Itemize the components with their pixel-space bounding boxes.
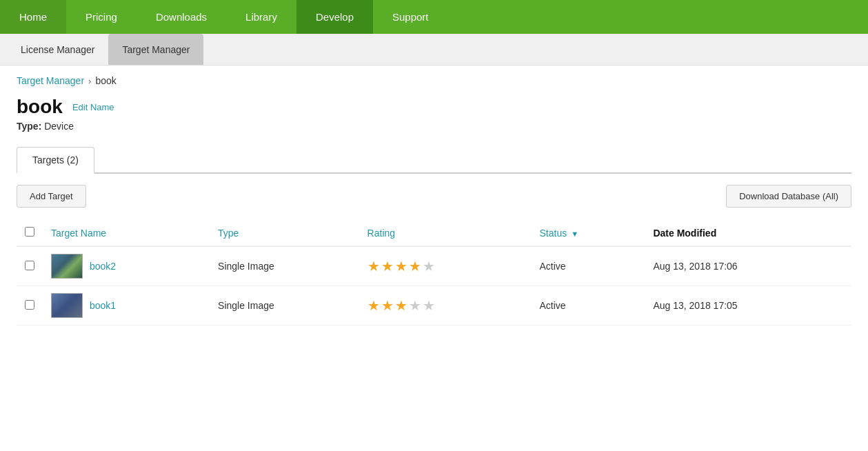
date-modified-book1: Aug 13, 2018 17:05 xyxy=(645,286,851,325)
nav-pricing[interactable]: Pricing xyxy=(66,0,137,34)
status-badge-book2: Active xyxy=(532,246,645,286)
subnav-target-manager[interactable]: Target Manager xyxy=(108,34,203,65)
col-date-modified: Date Modified xyxy=(645,220,851,246)
col-rating: Rating xyxy=(359,220,532,246)
breadcrumb: Target Manager › book xyxy=(17,75,851,86)
col-type: Type xyxy=(210,220,359,246)
nav-develop[interactable]: Develop xyxy=(296,0,373,34)
target-link-book2[interactable]: book2 xyxy=(90,261,116,272)
row-checkbox-book2[interactable] xyxy=(25,261,34,270)
thumbnail-book2 xyxy=(51,254,83,279)
status-badge-book1: Active xyxy=(532,286,645,325)
sort-icon: ▼ xyxy=(571,230,578,238)
type-label: Type: xyxy=(17,121,41,132)
col-status[interactable]: Status ▼ xyxy=(532,220,645,246)
select-all-header xyxy=(17,220,43,246)
nav-support[interactable]: Support xyxy=(373,0,448,34)
rating-book2: ★★★★★ xyxy=(367,258,523,274)
targets-table: Target Name Type Rating Status ▼ Date Mo… xyxy=(17,220,851,325)
breadcrumb-current: book xyxy=(95,75,116,86)
page-title-row: book Edit Name xyxy=(17,96,851,118)
tabs-container: Targets (2) xyxy=(17,146,851,174)
edit-name-link[interactable]: Edit Name xyxy=(72,102,114,112)
add-target-button[interactable]: Add Target xyxy=(17,185,86,208)
tab-targets[interactable]: Targets (2) xyxy=(17,147,94,174)
type-cell-book1: Single Image xyxy=(210,286,359,325)
rating-book1: ★★★★★ xyxy=(367,297,523,314)
target-link-book1[interactable]: book1 xyxy=(90,300,116,311)
type-row: Type: Device xyxy=(17,121,851,132)
breadcrumb-separator: › xyxy=(88,76,91,86)
thumbnail-book1 xyxy=(51,293,83,318)
download-database-button[interactable]: Download Database (All) xyxy=(726,185,851,208)
breadcrumb-parent-link[interactable]: Target Manager xyxy=(17,75,84,86)
type-value: Device xyxy=(44,121,74,132)
nav-downloads[interactable]: Downloads xyxy=(137,0,226,34)
nav-home[interactable]: Home xyxy=(0,0,66,34)
date-modified-book2: Aug 13, 2018 17:06 xyxy=(645,246,851,286)
subnav-license-manager[interactable]: License Manager xyxy=(7,34,108,65)
toolbar: Add Target Download Database (All) xyxy=(17,185,851,208)
top-navigation: Home Pricing Downloads Library Develop S… xyxy=(0,0,868,34)
table-row: book2Single Image★★★★★ActiveAug 13, 2018… xyxy=(17,246,851,286)
sub-navigation: License Manager Target Manager xyxy=(0,34,868,66)
select-all-checkbox[interactable] xyxy=(25,227,34,237)
nav-library[interactable]: Library xyxy=(226,0,296,34)
table-row: book1Single Image★★★★★ActiveAug 13, 2018… xyxy=(17,286,851,325)
row-checkbox-book1[interactable] xyxy=(25,300,34,310)
main-content: Target Manager › book book Edit Name Typ… xyxy=(0,66,868,335)
type-cell-book2: Single Image xyxy=(210,246,359,286)
table-header-row: Target Name Type Rating Status ▼ Date Mo… xyxy=(17,220,851,246)
page-title: book xyxy=(17,96,63,118)
col-target-name: Target Name xyxy=(43,220,210,246)
